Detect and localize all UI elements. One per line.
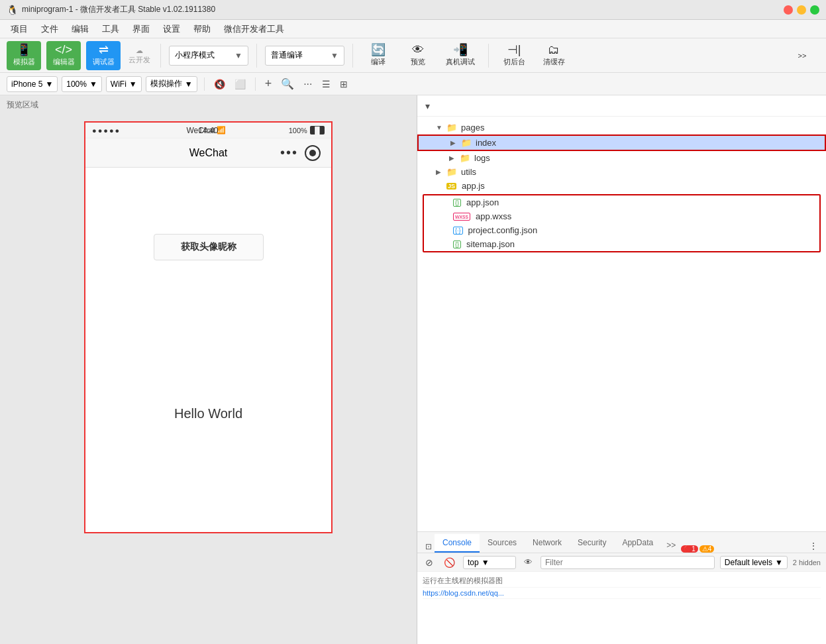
console-settings-icon[interactable]: ⋮ xyxy=(806,539,821,553)
editor-button[interactable]: </> 编辑器 xyxy=(46,41,81,70)
cut-icon: ⊣| xyxy=(507,44,521,56)
compile-button[interactable]: 🔄 编译 xyxy=(361,41,395,70)
network-selector[interactable]: WiFi ▼ xyxy=(106,76,142,92)
zoom-selector[interactable]: 100% ▼ xyxy=(62,76,102,92)
cloud-dev-button[interactable]: ☁ 云开发 xyxy=(126,46,152,65)
log-link-1[interactable]: https://blog.csdn.net/qq... xyxy=(423,589,504,597)
tree-item-sitemap[interactable]: ▶ {} sitemap.json xyxy=(424,237,819,251)
volume-icon[interactable]: 🔇 xyxy=(211,78,228,91)
zoom-arrow-icon: ▼ xyxy=(89,80,97,89)
tree-item-appjs[interactable]: ▶ JS app.js xyxy=(417,179,826,193)
compile-label: 普通编译 xyxy=(271,50,303,61)
separator-3 xyxy=(352,44,353,68)
menu-tools[interactable]: 工具 xyxy=(97,22,125,36)
stop-icon[interactable]: ⊘ xyxy=(423,556,436,569)
expand-index-icon: ▶ xyxy=(450,139,458,146)
menu-wechat-devtools[interactable]: 微信开发者工具 xyxy=(219,22,289,36)
tree-label-sitemap: sitemap.json xyxy=(466,239,515,249)
folder-icon: 📁 xyxy=(446,123,457,133)
separator-4 xyxy=(488,44,489,68)
real-device-button[interactable]: 📲 真机调试 xyxy=(440,41,480,70)
mode-dropdown[interactable]: 小程序模式 ▼ xyxy=(169,46,248,66)
tree-item-utils[interactable]: ▶ 📁 utils xyxy=(417,165,826,179)
expand-utils-icon: ▶ xyxy=(436,168,444,176)
device-selector[interactable]: iPhone 5 ▼ xyxy=(7,76,58,92)
tree-item-logs[interactable]: ▶ 📁 logs xyxy=(417,151,826,165)
phone-nav-bar: WeChat ••• xyxy=(85,138,331,168)
preview-label: 预览区域 xyxy=(0,95,417,115)
main-toolbar: 📱 模拟器 </> 编辑器 ⇌ 调试器 ☁ 云开发 小程序模式 ▼ 普通编译 ▼… xyxy=(0,38,826,73)
compile-dropdown[interactable]: 普通编译 ▼ xyxy=(265,46,344,66)
top-arrow-icon: ▼ xyxy=(482,558,490,567)
main-area: 预览区域 ●●●●● WeChat 📶 14:40 100% ▐▌ WeChat xyxy=(0,95,826,644)
panel-icon[interactable]: ⊞ xyxy=(337,78,350,91)
simulator-icon: 📱 xyxy=(17,44,31,56)
console-tab-sources[interactable]: Sources xyxy=(480,534,525,553)
tree-item-projectconfig[interactable]: ▶ {·} project.config.json xyxy=(424,223,819,237)
list-view-icon[interactable]: ☰ xyxy=(319,78,333,91)
avatar-button[interactable]: 获取头像昵称 xyxy=(154,234,264,260)
console-tab-network[interactable]: Network xyxy=(525,534,570,553)
tree-label-appwxss: app.wxss xyxy=(476,211,511,221)
levels-label: Default levels xyxy=(725,558,772,567)
tree-label-projectconfig: project.config.json xyxy=(468,225,538,235)
error-badge: 🚫1 xyxy=(681,545,698,553)
menu-file[interactable]: 文件 xyxy=(36,22,64,36)
maximize-button[interactable] xyxy=(810,5,819,15)
folder-icon-utils: 📁 xyxy=(446,167,457,177)
search-icon[interactable]: 🔍 xyxy=(278,76,297,91)
tree-label-appjs: app.js xyxy=(462,181,485,191)
tree-item-index[interactable]: ▶ 📁 index xyxy=(417,134,826,151)
log-line-2: https://blog.csdn.net/qq... xyxy=(423,588,821,599)
console-area: ⊡ Console Sources Network Security AppDa… xyxy=(417,531,826,644)
sec-separator-2 xyxy=(255,78,256,91)
debugger-button[interactable]: ⇌ 调试器 xyxy=(86,41,121,70)
console-toggle-icon[interactable]: ⊡ xyxy=(423,541,435,553)
more-options-icon[interactable]: ··· xyxy=(301,77,315,91)
tree-item-pages[interactable]: ▼ 📁 pages xyxy=(417,121,826,134)
menu-edit[interactable]: 编辑 xyxy=(66,22,94,36)
levels-dropdown[interactable]: Default levels ▼ xyxy=(720,556,788,569)
operation-label: 模拟操作 xyxy=(150,78,182,89)
top-label: top xyxy=(468,558,479,567)
console-tab-console[interactable]: Console xyxy=(435,534,480,553)
app-icon: 🐧 xyxy=(7,5,18,15)
menu-help[interactable]: 帮助 xyxy=(188,22,216,36)
hello-text: Hello World xyxy=(174,406,242,421)
minimize-button[interactable] xyxy=(797,5,806,15)
simulator-button[interactable]: 📱 模拟器 xyxy=(7,41,41,70)
folder-icon-logs: 📁 xyxy=(460,153,470,163)
tree-item-appjson[interactable]: ▶ {} app.json xyxy=(424,195,819,209)
preview-button[interactable]: 👁 预览 xyxy=(401,41,435,70)
console-tabs-more[interactable]: >> xyxy=(664,538,678,553)
clear-console-icon[interactable]: 🚫 xyxy=(441,556,458,569)
clear-cache-button[interactable]: 🗂 清缓存 xyxy=(537,41,571,70)
phone-frame: ●●●●● WeChat 📶 14:40 100% ▐▌ WeChat ••• xyxy=(84,121,333,533)
operation-selector[interactable]: 模拟操作 ▼ xyxy=(146,76,197,92)
tree-label-appjson: app.json xyxy=(466,197,499,207)
json-icon: {} xyxy=(453,199,461,207)
menu-settings[interactable]: 设置 xyxy=(158,22,185,36)
menu-project[interactable]: 项目 xyxy=(5,22,33,36)
close-button[interactable] xyxy=(784,5,793,15)
signal-dots: ●●●●● xyxy=(92,127,121,134)
levels-arrow-icon: ▼ xyxy=(775,558,783,567)
screen-icon[interactable]: ⬜ xyxy=(232,78,248,91)
tree-label-logs: logs xyxy=(474,153,490,163)
filter-input[interactable] xyxy=(541,556,715,569)
top-dropdown[interactable]: top ▼ xyxy=(463,556,516,569)
add-button[interactable]: + xyxy=(262,76,275,92)
cut-backend-button[interactable]: ⊣| 切后台 xyxy=(497,41,531,70)
console-tab-appdata[interactable]: AppData xyxy=(614,534,661,553)
more-tools-button[interactable]: >> xyxy=(785,41,819,70)
folder-icon-index: 📁 xyxy=(461,138,472,148)
tree-item-appwxss[interactable]: ▶ wxss app.wxss xyxy=(424,209,819,223)
editor-icon: </> xyxy=(55,44,72,56)
compile-icon: 🔄 xyxy=(371,44,386,56)
menu-interface[interactable]: 界面 xyxy=(127,22,155,36)
nav-title: WeChat xyxy=(189,147,228,159)
expand-icon: ▾ xyxy=(423,99,433,113)
console-tab-security[interactable]: Security xyxy=(570,534,614,553)
eye-console-icon[interactable]: 👁 xyxy=(521,556,535,568)
log-text-1: 运行在主线程的模拟器图 xyxy=(423,576,503,584)
